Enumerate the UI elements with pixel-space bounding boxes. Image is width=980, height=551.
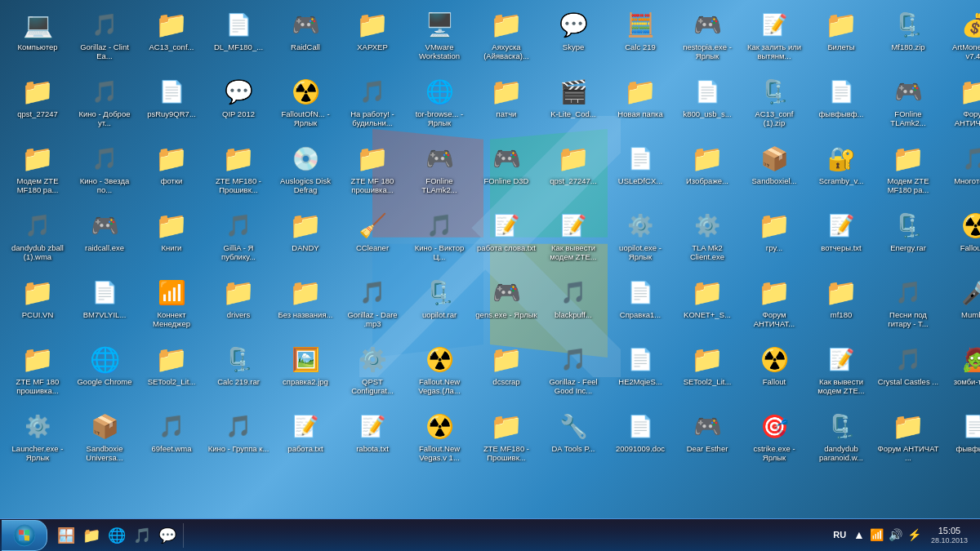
network-tray-icon[interactable]: 📶 [868, 527, 885, 543]
icon-mf180-zip[interactable]: 🗜️Mf180.zip [875, 5, 941, 70]
icon-ac13[interactable]: 📁AC13_conf... [139, 5, 204, 70]
icon-vochery[interactable]: 📝вотчеры.txt [808, 206, 874, 271]
icon-tla-mk2[interactable]: ⚙️TLA Mk2 Client.exe [675, 206, 740, 271]
icon-pcui[interactable]: 📁PCUI.VN [5, 273, 70, 338]
icon-k800[interactable]: 📄k800_usb_s... [675, 72, 740, 137]
icon-zte-mf180-1[interactable]: 📁ZTE MF 180 прошивка... [5, 340, 70, 405]
icon-gens[interactable]: 🎮gens.exe - Ярлык [474, 273, 539, 338]
icon-dear-esther[interactable]: 🎮Dear Esther [675, 407, 740, 472]
icon-uopilot-rar[interactable]: 🗜️uopilot.rar [407, 273, 472, 338]
icon-na-rabotu[interactable]: 🎵На работу! - будильни... [340, 72, 405, 137]
icon-vmware[interactable]: 🖥️VMware Workstation [407, 5, 472, 70]
icon-zte-fw2[interactable]: 📁ZTE MF 180 прошивка... [340, 139, 405, 204]
icon-fyvfyvf[interactable]: 📄фывфывф... [808, 72, 874, 137]
icon-energy[interactable]: 🗜️Energy.rar [875, 206, 941, 271]
explorer-button[interactable]: 📁 [80, 524, 103, 547]
icon-modem-zte2[interactable]: 📁Модем ZTE MF180 ра... [875, 139, 941, 204]
icon-mumble[interactable]: 🎤Mumble [942, 273, 980, 338]
icon-usledfcx[interactable]: 📄USLeDfCX... [608, 139, 673, 204]
icon-novaya-papka[interactable]: 📁Новая папка [608, 72, 673, 137]
icon-da-tools[interactable]: 🔧DA Tools P... [541, 407, 606, 472]
icon-sandboxie-exe[interactable]: 📦Sandboxiel... [742, 139, 807, 204]
icon-gruppa[interactable]: 📁гру... [742, 206, 807, 271]
icon-forum2[interactable]: 📁Форум АНТИЧАТ ... [875, 407, 941, 472]
icon-20091009[interactable]: 📄20091009.doc [608, 407, 673, 472]
icon-kino-gruppa[interactable]: 🎵Кино - Группа к... [206, 407, 271, 472]
icon-qpst[interactable]: 📁qpst_27247 [5, 72, 70, 137]
icon-dandy[interactable]: 📁DANDY [273, 206, 338, 271]
icon-rabota[interactable]: 📝работа.txt [273, 407, 338, 472]
icon-modem-zte[interactable]: 📁Модем ZTE MF180 ра... [5, 139, 70, 204]
icon-kak-zalit[interactable]: 📝Как залить или вытянм... [742, 5, 807, 70]
icon-launcher[interactable]: ⚙️Launcher.exe - Ярлык [5, 407, 70, 472]
icon-raidcall2[interactable]: 🎮RaidCall [273, 5, 338, 70]
icon-fonline1[interactable]: 🎮FOnline TLAmk2... [407, 139, 472, 204]
icon-kino-viktor[interactable]: 🎵Кино - Виктор Ц... [407, 206, 472, 271]
show-desktop-button[interactable]: 🪟 [55, 524, 78, 547]
icon-gorillaz-feel[interactable]: 🎵Gorillaz - Feel Good Inc... [541, 340, 606, 405]
icon-calc219b[interactable]: 🧮Calc 219 [608, 5, 673, 70]
icon-blackpuff[interactable]: 🎵blackpuff... [541, 273, 606, 338]
icon-tor[interactable]: 🌐tor-browse... - Ярлык [407, 72, 472, 137]
icon-ac13-zip[interactable]: 🗜️AC13_conf (1).zip [742, 72, 807, 137]
icon-nestopia[interactable]: 🎮nestopia.exe - Ярлык [675, 5, 740, 70]
icon-konet[interactable]: 📁KONET+_S... [675, 273, 740, 338]
battery-tray-icon[interactable]: ⚡ [906, 527, 923, 543]
icon-ayaxuska[interactable]: 📁Аяхуска (Айяваска)... [474, 5, 539, 70]
icon-dandydub-rar[interactable]: 🗜️dandydub paranoid.w... [808, 407, 874, 472]
icon-auslogics[interactable]: 💿Auslogics Disk Defrag [273, 139, 338, 204]
icon-fallout[interactable]: ☢️Fallout [742, 340, 807, 405]
icon-raidcall[interactable]: 🎮raidcall.exe [72, 206, 137, 271]
icon-rabota2[interactable]: 📝rabota.txt [340, 407, 405, 472]
icon-artmoney[interactable]: 💰ArtMoney SE v7.41 [942, 5, 980, 70]
icon-qip2012[interactable]: 💬QIP 2012 [206, 72, 271, 137]
icon-psruy[interactable]: 📄psRuy9QR7... [139, 72, 204, 137]
icon-69feet[interactable]: 🎵69feet.wma [139, 407, 204, 472]
icon-knigi[interactable]: 📁Книги [139, 206, 204, 271]
icon-connect[interactable]: 📶Коннект Менеджер [139, 273, 204, 338]
icon-pesni[interactable]: 🎵Песни под гитару - Т... [875, 273, 941, 338]
icon-uopilot-exe[interactable]: ⚙️uopilot.exe - Ярлык [608, 206, 673, 271]
icon-fonline-d3d[interactable]: 🎮FOnline D3D [474, 139, 539, 204]
icon-fallout-nv[interactable]: ☢️FalloutOfN... - Ярлык [273, 72, 338, 137]
icon-kino-zvezda[interactable]: 🎵Кино - Звезда по... [72, 139, 137, 204]
icon-skype[interactable]: 💬Skype [541, 5, 606, 70]
icon-qpst2[interactable]: ⚙️QPST Configurat... [340, 340, 405, 405]
icon-fallout-nv-las[interactable]: ☢️Fallout.New Vegas.(Лa... [407, 340, 472, 405]
icon-patchi[interactable]: 📁патчи [474, 72, 539, 137]
icon-setool2[interactable]: 📁SETool2_Lit... [139, 340, 204, 405]
icon-ccleaner[interactable]: 🧹CCleaner [340, 206, 405, 271]
icon-klite[interactable]: 🎬K-Lite_Cod... [541, 72, 606, 137]
icon-scramby[interactable]: 🔐Scramby_v... [808, 139, 874, 204]
icon-spravka2[interactable]: 🖼️справка2.jpg [273, 340, 338, 405]
icon-computer[interactable]: 💻Компьютер [5, 5, 70, 70]
icon-rabota-slova[interactable]: 📝работа слова.txt [474, 206, 539, 271]
icon-dl-mf180[interactable]: 📄DL_MF180_... [206, 5, 271, 70]
icon-sandboxie[interactable]: 📦Sandboxie Universa... [72, 407, 137, 472]
icon-dandydub[interactable]: 🎵dandydub zball (1).wma [5, 206, 70, 271]
icon-bez-nazv[interactable]: 📁Без названия... [273, 273, 338, 338]
icon-xarher[interactable]: 📁ХАРХЕР [340, 5, 405, 70]
icon-kino-dobroe[interactable]: 🎵Кино - Доброе ут... [72, 72, 137, 137]
icon-drivers[interactable]: 📁drivers [206, 273, 271, 338]
icon-bilety[interactable]: 📁Билеты [808, 5, 874, 70]
start-button[interactable] [2, 520, 47, 551]
icon-gorillaz-dare[interactable]: 🎵Gorillaz - Dare .mp3 [340, 273, 405, 338]
icon-zombi[interactable]: 🧟зомби-тай... [942, 340, 980, 405]
icon-mf180[interactable]: 📁mf180 [808, 273, 874, 338]
icon-bm7[interactable]: 📄BM7VLYIL... [72, 273, 137, 338]
icon-fallout2[interactable]: ☢️Fallout 2 [942, 206, 980, 271]
skype-taskbar-button[interactable]: 💬 [156, 524, 179, 547]
icon-cstrike[interactable]: 🎯cstrike.exe - Ярлык [742, 407, 807, 472]
icon-kak-vyvesti2[interactable]: 📝Как вывести модем ZTE... [808, 340, 874, 405]
icon-qpst3[interactable]: 📁qpst_27247... [541, 139, 606, 204]
icon-forum3[interactable]: 📁Форум АНТИЧАТ... [942, 72, 980, 137]
clock[interactable]: 15:05 28.10.2013 [924, 525, 974, 546]
icon-chrome[interactable]: 🌐Google Chrome [72, 340, 137, 405]
icon-setool2-2[interactable]: 📁SETool2_Lit... [675, 340, 740, 405]
chrome-taskbar-button[interactable]: 🌐 [105, 524, 128, 547]
icon-izobrazh[interactable]: 📁Изображе... [675, 139, 740, 204]
icon-forum-antichat1[interactable]: 📁Форум АНТИЧАТ... [742, 273, 807, 338]
icon-gillia[interactable]: 🎵GilliA - Я публику... [206, 206, 271, 271]
icon-crystal[interactable]: 🎵Crystal Castles ... [875, 340, 941, 405]
